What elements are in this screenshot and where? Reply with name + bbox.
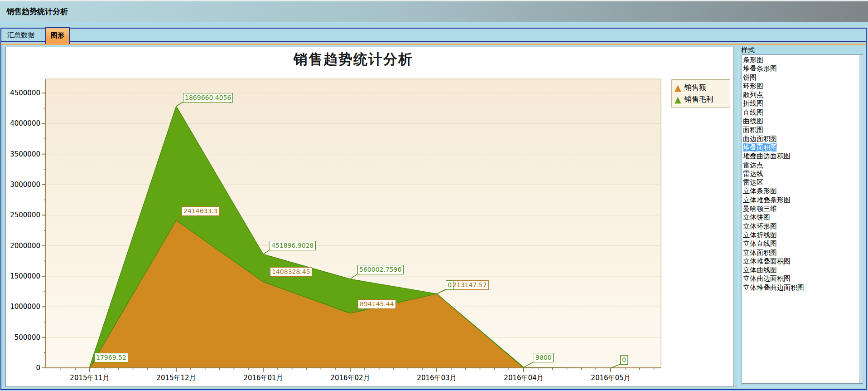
style-option-selected[interactable]: 堆叠面积图 <box>743 143 863 152</box>
style-option[interactable]: 雷达点 <box>743 161 863 170</box>
style-option[interactable]: 立体饼图 <box>743 213 863 222</box>
style-option[interactable]: 条形图 <box>743 56 863 64</box>
style-listbox[interactable]: 条形图堆叠条形图饼图环形图散列点折线图直线图曲线图面积图曲边面积图堆叠面积图堆叠… <box>742 54 863 384</box>
chart-panel: 销售趋势统计分析 0500000100000015000002000000250… <box>5 47 734 387</box>
style-option[interactable]: 堆叠条形图 <box>743 64 863 73</box>
svg-text:3000000: 3000000 <box>10 181 40 189</box>
style-option[interactable]: 立体曲线图 <box>743 266 863 274</box>
svg-text:2000000: 2000000 <box>10 242 40 250</box>
svg-text:2016年05月: 2016年05月 <box>591 374 630 382</box>
style-option[interactable]: 雷达线 <box>743 170 863 178</box>
style-option[interactable]: 曲线图 <box>743 117 863 126</box>
style-option[interactable]: 曼哈顿三维 <box>743 205 863 213</box>
style-option[interactable]: 饼图 <box>743 73 863 82</box>
data-point-label: 560002.7596 <box>357 265 404 274</box>
svg-text:4000000: 4000000 <box>10 119 40 127</box>
style-option[interactable]: 环形图 <box>743 82 863 91</box>
chart-legend: ▲销售额▲销售毛利 <box>671 79 730 108</box>
tab-summary-data[interactable]: 汇总数据 <box>5 30 36 40</box>
style-option[interactable]: 面积图 <box>743 126 863 134</box>
tab-page-top-rule <box>1 44 866 45</box>
data-point-label: 2414633.3 <box>182 206 220 216</box>
svg-text:2016年04月: 2016年04月 <box>504 374 543 382</box>
data-point-label: 9800 <box>534 353 554 362</box>
svg-text:500000: 500000 <box>14 333 40 342</box>
tab-strip <box>0 28 867 42</box>
legend-item: ▲销售毛利 <box>675 93 727 105</box>
legend-triangle-icon: ▲ <box>675 95 681 104</box>
legend-triangle-icon: ▲ <box>675 83 681 92</box>
data-point-label: 0 <box>620 355 628 365</box>
style-option[interactable]: 雷达区 <box>743 178 863 187</box>
trend-area-chart: 0500000100000015000002000000250000030000… <box>6 47 733 386</box>
listbox-scrollbar[interactable] <box>859 55 862 383</box>
style-option[interactable]: 立体直线图 <box>743 239 863 248</box>
style-option[interactable]: 立体环形图 <box>743 222 863 231</box>
svg-text:2015年11月: 2015年11月 <box>70 374 109 382</box>
style-option[interactable]: 堆叠曲边面积图 <box>743 152 863 161</box>
svg-text:0: 0 <box>36 364 40 372</box>
style-option[interactable]: 立体条形图 <box>743 187 863 196</box>
style-option[interactable]: 立体折线图 <box>743 231 863 239</box>
data-point-label: 1408328.45 <box>270 267 312 277</box>
data-point-label: 451896.9028 <box>270 241 316 250</box>
svg-text:2016年03月: 2016年03月 <box>417 374 456 382</box>
svg-text:2016年01月: 2016年01月 <box>243 374 283 382</box>
style-option[interactable]: 折线图 <box>743 99 863 108</box>
legend-label: 销售毛利 <box>685 95 714 104</box>
svg-text:1500000: 1500000 <box>10 272 40 280</box>
legend-label: 销售额 <box>685 83 706 93</box>
style-option[interactable]: 立体堆叠曲边面积图 <box>743 283 863 292</box>
data-point-label: 0 <box>446 280 453 290</box>
legend-item: ▲销售额 <box>675 82 727 93</box>
data-point-label: 894145.44 <box>358 299 396 309</box>
svg-text:4500000: 4500000 <box>10 89 40 97</box>
data-point-label: 17969.52 <box>94 353 128 362</box>
window-title: 销售趋势统计分析 <box>6 6 68 17</box>
style-option[interactable]: 立体堆叠条形图 <box>743 196 863 205</box>
data-point-label: 1869660.4056 <box>183 93 233 103</box>
style-option[interactable]: 曲边面积图 <box>743 135 863 143</box>
style-group-label: 样式 <box>740 46 756 54</box>
window-title-bar: 销售趋势统计分析 <box>0 0 868 22</box>
svg-text:2015年12月: 2015年12月 <box>156 374 196 382</box>
style-option[interactable]: 立体面积图 <box>743 249 863 257</box>
style-option[interactable]: 散列点 <box>743 91 863 99</box>
tab-graph[interactable]: 图形 <box>45 27 70 44</box>
svg-text:2500000: 2500000 <box>10 211 40 219</box>
svg-text:3500000: 3500000 <box>10 150 40 158</box>
app-window: 销售趋势统计分析 汇总数据 图形 销售趋势统计分析 05000001000000… <box>0 0 868 391</box>
style-option[interactable]: 立体堆叠面积图 <box>743 257 863 266</box>
style-option[interactable]: 立体曲边面积图 <box>743 274 863 283</box>
svg-text:2016年02月: 2016年02月 <box>330 374 370 382</box>
style-option[interactable]: 直线图 <box>743 108 863 117</box>
svg-text:1000000: 1000000 <box>10 303 40 311</box>
